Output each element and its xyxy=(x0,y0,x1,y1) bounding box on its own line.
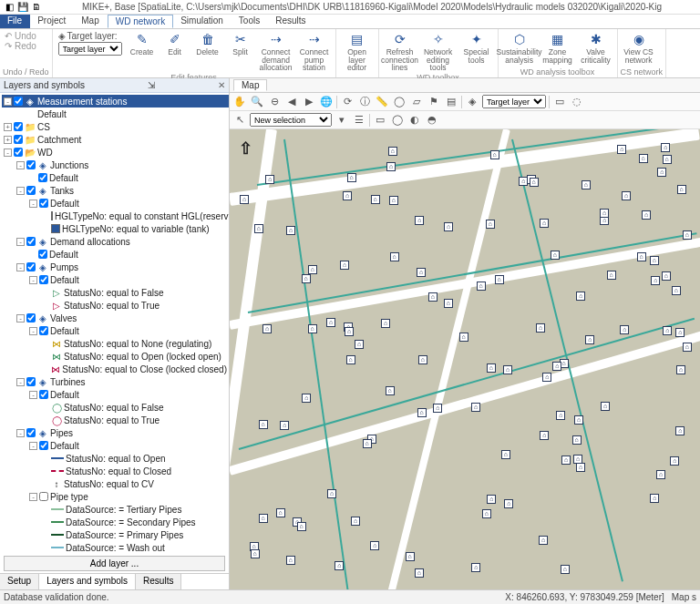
demand-node[interactable]: ⌂ xyxy=(504,499,513,508)
demand-node[interactable]: ⌂ xyxy=(444,222,453,231)
measure-icon[interactable]: 📏 xyxy=(375,95,389,109)
demand-node[interactable]: ⌂ xyxy=(576,463,585,472)
demand-node[interactable]: ⌂ xyxy=(503,365,512,374)
demand-node[interactable]: ⌂ xyxy=(346,355,355,364)
demand-node[interactable]: ⌂ xyxy=(406,552,415,561)
demand-node[interactable]: ⌂ xyxy=(254,224,263,233)
demand-node[interactable]: ⌂ xyxy=(327,489,336,498)
demand-node[interactable]: ⌂ xyxy=(308,265,317,274)
demand-node[interactable]: ⌂ xyxy=(302,394,311,403)
layer-tree[interactable]: -◈Measurement stations Default +📁CS +📁Ca… xyxy=(0,93,229,554)
demand-node[interactable]: ⌂ xyxy=(683,343,692,352)
demand-node[interactable]: ⌂ xyxy=(542,373,551,382)
demand-node[interactable]: ⌂ xyxy=(351,517,360,526)
demand-node[interactable]: ⌂ xyxy=(286,226,295,235)
list-icon[interactable]: ☰ xyxy=(352,113,366,128)
demand-node[interactable]: ⌂ xyxy=(683,230,692,240)
expand-icon[interactable]: - xyxy=(4,97,12,106)
demand-node[interactable]: ⌂ xyxy=(552,362,561,371)
zoom-out-icon[interactable]: ⊖ xyxy=(267,95,282,109)
demand-node[interactable]: ⌂ xyxy=(651,276,660,285)
forward-icon[interactable]: ▶ xyxy=(302,95,316,109)
flag-icon[interactable]: ⚑ xyxy=(427,95,441,109)
demand-node[interactable]: ⌂ xyxy=(486,220,495,229)
demand-node[interactable]: ⌂ xyxy=(620,325,629,334)
demand-node[interactable]: ⌂ xyxy=(415,216,424,225)
demand-node[interactable]: ⌂ xyxy=(471,403,480,412)
demand-node[interactable]: ⌂ xyxy=(363,439,372,448)
demand-node[interactable]: ⌂ xyxy=(415,568,424,578)
lasso-icon[interactable]: ◌ xyxy=(570,95,584,109)
demand-node[interactable]: ⌂ xyxy=(582,180,591,189)
demand-node[interactable]: ⌂ xyxy=(617,145,626,154)
demand-node[interactable]: ⌂ xyxy=(345,327,354,336)
demand-node[interactable]: ⌂ xyxy=(297,522,306,531)
tab-results[interactable]: Results xyxy=(268,15,314,28)
map-target-select[interactable]: Target layer xyxy=(482,95,546,108)
demand-node[interactable]: ⌂ xyxy=(551,251,560,260)
demand-node[interactable]: ⌂ xyxy=(642,210,651,220)
demand-node[interactable]: ⌂ xyxy=(561,565,570,574)
expand-icon[interactable]: - xyxy=(4,148,12,157)
demand-node[interactable]: ⌂ xyxy=(650,256,659,265)
demand-node[interactable]: ⌂ xyxy=(487,495,496,504)
tab-map[interactable]: Map xyxy=(74,15,107,28)
demand-node[interactable]: ⌂ xyxy=(428,292,438,302)
hand-icon[interactable]: ✋ xyxy=(232,95,247,109)
demand-node[interactable]: ⌂ xyxy=(539,536,548,545)
add-layer-button[interactable]: Add layer ... xyxy=(4,556,225,571)
demand-node[interactable]: ⌂ xyxy=(262,324,272,333)
demand-node[interactable]: ⌂ xyxy=(370,541,379,550)
demand-node[interactable]: ⌂ xyxy=(326,318,335,327)
demand-node[interactable]: ⌂ xyxy=(386,386,395,395)
demand-node[interactable]: ⌂ xyxy=(302,274,311,283)
dropdown-icon[interactable]: ▾ xyxy=(335,113,349,128)
demand-node[interactable]: ⌂ xyxy=(675,328,685,337)
demand-node[interactable]: ⌂ xyxy=(371,195,380,204)
tab-results-bottom[interactable]: Results xyxy=(136,574,181,589)
pointer-icon[interactable]: ↖ xyxy=(232,113,247,128)
demand-node[interactable]: ⌂ xyxy=(389,196,398,205)
demand-node[interactable]: ⌂ xyxy=(637,252,646,261)
demand-node[interactable]: ⌂ xyxy=(576,292,585,301)
demand-node[interactable]: ⌂ xyxy=(650,494,659,503)
expand-icon[interactable]: + xyxy=(4,136,12,144)
demand-node[interactable]: ⌂ xyxy=(280,421,289,430)
network-edit-button[interactable]: ✧Network editing tools xyxy=(420,30,457,73)
demand-node[interactable]: ⌂ xyxy=(663,326,672,335)
demand-node[interactable]: ⌂ xyxy=(347,173,356,182)
tab-layers-symbols[interactable]: Layers and symbols xyxy=(39,574,136,589)
demand-node[interactable]: ⌂ xyxy=(519,177,528,186)
demand-node[interactable]: ⌂ xyxy=(663,155,672,164)
target-layer-select[interactable]: Target layer xyxy=(58,42,122,56)
back-icon[interactable]: ◀ xyxy=(284,95,299,109)
demand-node[interactable]: ⌂ xyxy=(240,195,249,204)
demand-node[interactable]: ⌂ xyxy=(536,323,545,333)
sustainability-button[interactable]: ⬡Sustainability analysis xyxy=(501,30,538,65)
selection-mode-select[interactable]: New selection xyxy=(250,113,332,127)
demand-node[interactable]: ⌂ xyxy=(459,333,468,342)
demand-node[interactable]: ⌂ xyxy=(607,271,616,280)
tab-file[interactable]: File xyxy=(0,15,30,28)
demand-node[interactable]: ⌂ xyxy=(343,191,352,200)
demand-node[interactable]: ⌂ xyxy=(675,426,685,435)
demand-node[interactable]: ⌂ xyxy=(482,509,491,518)
demand-node[interactable]: ⌂ xyxy=(561,456,571,465)
demand-node[interactable]: ⌂ xyxy=(276,508,285,517)
tab-tools[interactable]: Tools xyxy=(232,15,268,28)
map-tab[interactable]: Map xyxy=(233,79,267,91)
special-tools-button[interactable]: ✦Special tools xyxy=(458,30,495,65)
demand-node[interactable]: ⌂ xyxy=(417,408,427,417)
demand-node[interactable]: ⌂ xyxy=(600,209,609,218)
demand-node[interactable]: ⌂ xyxy=(386,162,396,171)
demand-node[interactable]: ⌂ xyxy=(286,556,295,565)
demand-node[interactable]: ⌂ xyxy=(657,168,666,177)
layer-checkbox[interactable] xyxy=(14,97,23,106)
demand-node[interactable]: ⌂ xyxy=(471,563,480,572)
rect-icon[interactable]: ▭ xyxy=(373,113,387,128)
demand-node[interactable]: ⌂ xyxy=(639,154,648,163)
demand-node[interactable]: ⌂ xyxy=(265,175,274,184)
save-icon[interactable]: 💾 xyxy=(17,2,28,13)
poly-tool-icon[interactable]: ▱ xyxy=(409,95,424,109)
tab-project[interactable]: Project xyxy=(30,15,74,28)
